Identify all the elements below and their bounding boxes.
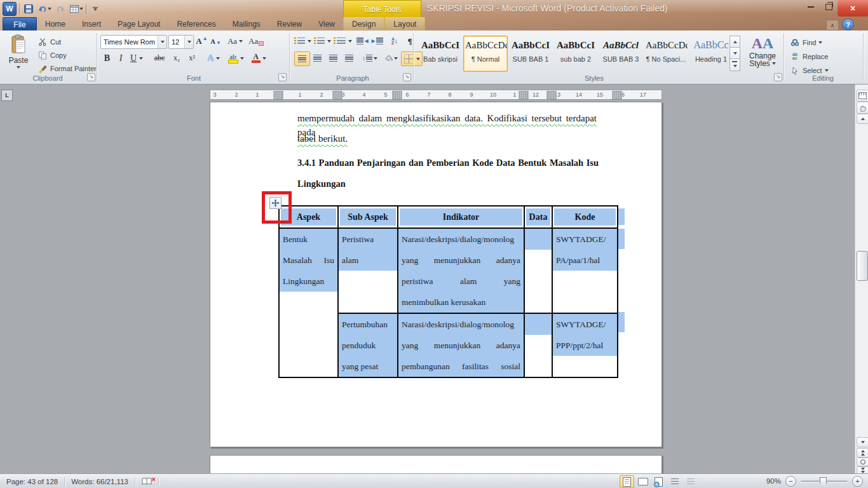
cell-sub-aspek[interactable]: Pertumbuhan penduduk yang pesat xyxy=(338,313,398,377)
styles-scroll-down-button[interactable] xyxy=(729,47,740,60)
shading-button[interactable] xyxy=(382,51,400,65)
justify-button[interactable] xyxy=(342,51,356,65)
horizontal-ruler[interactable]: 3 2 1 1 2 3 4 5 6 7 xyxy=(210,90,662,100)
zoom-slider-thumb[interactable] xyxy=(820,477,827,487)
font-family-combo[interactable]: Times New Rom xyxy=(100,35,167,49)
clear-formatting-button[interactable]: Aa xyxy=(248,34,264,48)
ribbon-tab[interactable]: Mailings xyxy=(224,17,269,30)
italic-button[interactable]: I xyxy=(115,51,126,65)
view-ruler-toggle-button[interactable] xyxy=(857,90,868,102)
header-cell[interactable]: Data xyxy=(524,206,552,228)
table-column-marker-icon[interactable] xyxy=(393,91,402,100)
document-table[interactable]: Aspek Sub Aspek Indikator Data Kode Bent… xyxy=(278,205,618,378)
cell-kode[interactable]: SWYTADGE/ PA/paa/1/hal xyxy=(552,228,618,313)
undo-button[interactable] xyxy=(37,3,51,15)
word-count[interactable]: Words: 66/21,113 xyxy=(65,474,135,488)
zoom-slider[interactable] xyxy=(801,480,848,482)
zoom-level[interactable]: 90% xyxy=(766,477,781,485)
cell-indikator[interactable]: Narasi/deskripsi/dialog/monolog yang men… xyxy=(398,228,524,313)
clipboard-dialog-launcher[interactable]: ↘ xyxy=(87,73,95,81)
fullscreen-reading-view-button[interactable] xyxy=(635,475,650,488)
table-column-marker-icon[interactable] xyxy=(333,91,342,100)
multilevel-list-button[interactable] xyxy=(334,34,352,48)
styles-more-button[interactable] xyxy=(729,58,740,71)
previous-page-button[interactable] xyxy=(857,448,868,458)
customize-qat-button[interactable] xyxy=(89,3,102,15)
print-layout-view-button[interactable] xyxy=(620,475,634,488)
save-button[interactable] xyxy=(22,3,35,15)
vertical-scrollbar[interactable] xyxy=(855,85,868,473)
underline-button[interactable]: U xyxy=(128,51,146,65)
style-gallery-item[interactable]: AaBbCcI sub bab 2 xyxy=(553,36,598,72)
copy-button[interactable]: Copy xyxy=(36,49,69,62)
ribbon-tab[interactable]: Page Layout xyxy=(109,17,168,30)
proofing-status-button[interactable]: × xyxy=(135,474,158,488)
draft-view-button[interactable] xyxy=(683,475,698,488)
replace-button[interactable]: abac Replace xyxy=(788,50,830,63)
style-gallery-item[interactable]: AaBbCcI SUB BAB 1 xyxy=(508,36,553,72)
paragraph-dialog-launcher[interactable]: ↘ xyxy=(403,73,411,81)
context-ribbon-tab[interactable]: Layout xyxy=(384,17,425,30)
bullets-button[interactable] xyxy=(294,34,311,48)
minimize-ribbon-button[interactable]: ∧ xyxy=(826,20,839,30)
font-family-arrow[interactable] xyxy=(158,36,166,48)
decrease-indent-button[interactable]: ◀ xyxy=(356,34,369,48)
web-layout-view-button[interactable] xyxy=(651,475,666,488)
table-column-marker-icon[interactable] xyxy=(613,91,622,100)
bold-button[interactable]: B xyxy=(100,51,114,65)
show-hide-pilcrow-button[interactable]: ¶ xyxy=(404,34,416,48)
page-indicator[interactable]: Page: 43 of 128 xyxy=(0,474,64,488)
zoom-out-button[interactable]: − xyxy=(785,476,796,487)
font-color-button[interactable]: A xyxy=(248,51,269,65)
change-case-button[interactable]: Aa xyxy=(226,34,245,48)
minimize-button[interactable] xyxy=(802,0,820,13)
undo-dropdown-arrow-icon[interactable] xyxy=(48,8,51,10)
align-center-button[interactable] xyxy=(310,51,325,65)
zoom-in-button[interactable]: + xyxy=(852,476,863,487)
cut-button[interactable]: Cut xyxy=(36,36,63,48)
styles-dialog-launcher[interactable]: ↘ xyxy=(774,73,782,81)
table-dropdown-arrow-icon[interactable] xyxy=(79,8,83,10)
highlight-button[interactable]: ab xyxy=(226,51,246,65)
paste-button[interactable]: Paste xyxy=(4,34,33,76)
redo-button[interactable] xyxy=(54,3,67,15)
text-effects-button[interactable]: A xyxy=(204,51,223,65)
ribbon-tab[interactable]: Review xyxy=(269,17,310,30)
ribbon-tab[interactable]: Home xyxy=(37,17,74,30)
restore-button[interactable] xyxy=(820,0,837,13)
style-gallery-item[interactable]: AaBbCcI Bab skripsi xyxy=(418,36,463,72)
table-column-marker-icon[interactable] xyxy=(547,91,557,100)
change-styles-button[interactable]: AA Change Styles xyxy=(745,34,780,76)
ribbon-tab[interactable]: References xyxy=(168,17,224,30)
ribbon-tab[interactable]: Insert xyxy=(74,17,109,30)
cell-indikator[interactable]: Narasi/deskripsi/dialog/monolog yang men… xyxy=(398,313,524,377)
scrollbar-thumb[interactable] xyxy=(857,251,868,281)
header-cell[interactable]: Kode xyxy=(552,206,618,228)
cell-kode[interactable]: SWYTADGE/ PPP/ppt/2/hal xyxy=(552,313,618,377)
grow-font-button[interactable]: A ▲ xyxy=(195,34,208,48)
header-cell[interactable]: Indikator xyxy=(398,206,524,228)
shrink-font-button[interactable]: A ▼ xyxy=(209,34,222,48)
style-gallery-item[interactable]: AaBbCcDc ¶ No Spaci... xyxy=(644,36,688,72)
word-logo-icon[interactable]: W xyxy=(3,2,17,16)
sort-button[interactable]: A Z ↓ xyxy=(388,34,402,48)
font-size-arrow[interactable] xyxy=(184,36,193,48)
pan-hand-button[interactable] xyxy=(857,102,868,114)
draw-table-button[interactable] xyxy=(69,3,83,15)
line-spacing-button[interactable]: ↕ xyxy=(360,51,379,65)
style-gallery-item[interactable]: AaBbCcDc ¶ Normal xyxy=(463,36,508,72)
superscript-button[interactable]: x² xyxy=(185,51,199,65)
help-button[interactable]: ? xyxy=(842,18,854,30)
document-page[interactable]: mempermudah dalam mengklasifikasikan dat… xyxy=(210,102,662,447)
increase-indent-button[interactable]: ▶ xyxy=(370,34,384,48)
table-column-marker-icon[interactable] xyxy=(519,91,529,100)
tab-file[interactable]: File xyxy=(3,17,37,31)
align-left-button[interactable] xyxy=(294,51,310,66)
styles-scroll-up-button[interactable] xyxy=(729,36,740,48)
find-button[interactable]: Find xyxy=(788,36,824,49)
table-column-marker-icon[interactable] xyxy=(274,91,283,100)
font-size-combo[interactable]: 12 xyxy=(168,35,194,49)
document-next-page[interactable] xyxy=(210,455,662,473)
header-cell[interactable]: Sub Aspek xyxy=(338,206,398,228)
select-browse-object-button[interactable] xyxy=(857,458,868,466)
